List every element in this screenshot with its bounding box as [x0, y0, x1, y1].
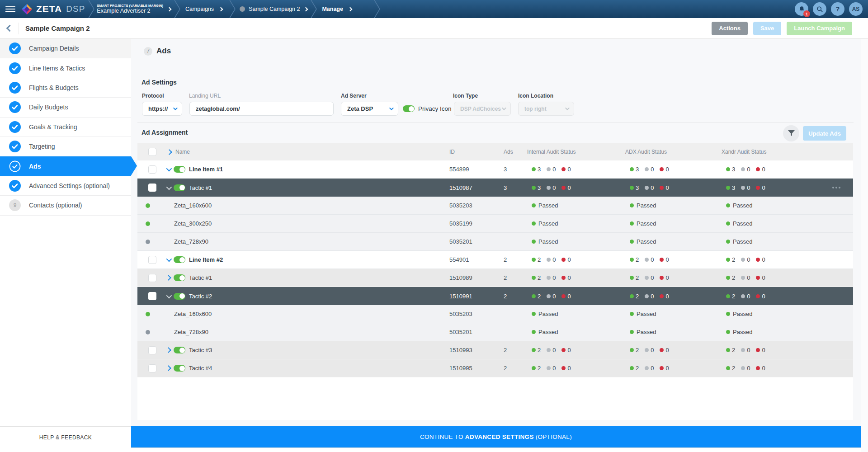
expand-row-icon[interactable] [165, 365, 171, 371]
table-row-creative[interactable]: Zeta_160x6005035203PassedPassedPassed [137, 305, 853, 323]
sidebar-item-advanced-settings-optional[interactable]: Advanced Settings (optional) [0, 176, 131, 196]
row-checkbox[interactable] [148, 274, 156, 282]
table-row-lineitem[interactable]: Line Item #25549012200200200 [137, 251, 853, 269]
audit-status: 200 [532, 269, 575, 287]
row-menu-button[interactable] [832, 179, 840, 197]
sidebar-item-ads[interactable]: Ads [0, 156, 131, 176]
audit-status: Passed [630, 215, 656, 232]
table-row-creative[interactable]: Zeta_728x905035201PassedPassedPassed [137, 323, 853, 341]
help-feedback-button[interactable]: HELP & FEEDBACK [0, 426, 131, 448]
sidebar-item-goals-tracking[interactable]: Goals & Tracking [0, 118, 131, 137]
save-button[interactable]: Save [753, 22, 781, 35]
collapse-row-icon[interactable] [166, 166, 172, 172]
actions-button[interactable]: Actions [712, 22, 748, 35]
avatar[interactable]: AS [849, 2, 863, 16]
row-id: 5035201 [449, 323, 472, 341]
collapse-row-icon[interactable] [166, 292, 172, 298]
audit-status: 200 [532, 251, 575, 268]
audit-status: Passed [726, 197, 752, 214]
select-all-checkbox[interactable] [148, 148, 156, 156]
landing-url-input[interactable]: zetaglobal.com/ [189, 102, 334, 116]
row-ads-count: 2 [504, 269, 507, 287]
row-checkbox[interactable] [148, 364, 156, 372]
update-ads-button[interactable]: Update Ads [803, 126, 846, 141]
row-toggle[interactable] [174, 184, 185, 191]
zeta-dsp-logo[interactable]: ZETA DSP [21, 3, 85, 15]
scrollbar-track[interactable] [861, 39, 868, 452]
table-row-lineitem[interactable]: Line Item #15548993300300300 [137, 160, 853, 179]
row-toggle[interactable] [174, 166, 185, 173]
creative-name: Zeta_160x600 [174, 305, 212, 323]
audit-status: Passed [630, 305, 656, 323]
hamburger-menu-icon[interactable] [5, 6, 15, 12]
ad-server-select[interactable]: Zeta DSP [341, 102, 398, 116]
table-row-tactic[interactable]: Tactic #415109952200200200 [137, 359, 853, 377]
row-checkbox[interactable] [148, 292, 156, 300]
expand-row-icon[interactable] [165, 275, 171, 281]
row-name: Tactic #4 [189, 359, 212, 377]
notifications-button[interactable]: 1 [795, 2, 808, 16]
breadcrumb-advertiser[interactable]: SMART PROJECTS (VARIABLE MARGIN) Example… [97, 4, 163, 15]
sidebar-item-daily-budgets[interactable]: Daily Budgets [0, 98, 131, 117]
table-row-creative[interactable]: Zeta_728x905035201PassedPassedPassed [137, 233, 853, 251]
table-row-tactic[interactable]: Tactic #115109873300300300 [137, 179, 853, 197]
filter-button[interactable] [783, 125, 799, 141]
row-id: 1510995 [449, 359, 472, 377]
row-toggle[interactable] [174, 347, 185, 353]
audit-status: Passed [726, 305, 752, 323]
expand-all-icon[interactable] [166, 149, 172, 155]
row-toggle[interactable] [174, 365, 185, 372]
search-button[interactable] [813, 2, 826, 16]
audit-status: 200 [532, 341, 575, 359]
table-row-tactic[interactable]: Tactic #215109912200200200 [137, 287, 853, 305]
sidebar-item-flights-budgets[interactable]: Flights & Budgets [0, 78, 131, 98]
collapse-row-icon[interactable] [166, 184, 172, 190]
row-ads-count: 2 [504, 341, 507, 359]
step-number-badge: 7 [144, 47, 152, 56]
row-checkbox[interactable] [148, 346, 156, 354]
table-row-creative[interactable]: Zeta_300x2505035199PassedPassedPassed [137, 215, 853, 233]
launch-campaign-button[interactable]: Launch Campaign [787, 22, 852, 35]
sidebar-item-label: Contacts (optional) [29, 202, 82, 209]
icon-location-select: top right [518, 102, 574, 116]
protocol-select[interactable]: https:// [142, 102, 182, 116]
section-title: Ads [156, 47, 171, 56]
breadcrumb-campaigns[interactable]: Campaigns [185, 6, 214, 12]
protocol-label: Protocol [142, 93, 164, 99]
sidebar-item-line-items-tactics[interactable]: Line Items & Tactics [0, 58, 131, 78]
creative-name: Zeta_728x90 [174, 233, 208, 250]
breadcrumb-separator [229, 0, 236, 18]
sidebar-item-contacts-optional[interactable]: 9Contacts (optional) [0, 196, 131, 215]
landing-url-label: Landing URL [189, 93, 221, 99]
back-button[interactable] [6, 25, 14, 32]
expand-row-icon[interactable] [165, 347, 171, 353]
row-toggle[interactable] [174, 293, 185, 300]
audit-status: 300 [726, 160, 769, 178]
privacy-icon-toggle[interactable] [403, 105, 415, 112]
check-circle-icon [9, 121, 21, 133]
row-toggle[interactable] [174, 274, 185, 281]
row-toggle[interactable] [174, 256, 185, 263]
table-row-creative[interactable]: Zeta_160x6005035203PassedPassedPassed [137, 197, 853, 215]
sidebar-item-campaign-details[interactable]: Campaign Details [0, 39, 131, 58]
audit-status: 200 [726, 269, 769, 287]
audit-status: 200 [726, 359, 769, 377]
row-name: Line Item #2 [189, 251, 223, 268]
row-checkbox[interactable] [148, 256, 156, 264]
audit-status: Passed [726, 323, 752, 341]
table-row-tactic[interactable]: Tactic #315109932200200200 [137, 341, 853, 359]
row-checkbox[interactable] [148, 165, 156, 174]
row-checkbox[interactable] [148, 184, 156, 192]
audit-status: 200 [532, 359, 575, 377]
table-row-tactic[interactable]: Tactic #115109892200200200 [137, 269, 853, 287]
continue-button[interactable]: CONTINUE TOADVANCED SETTINGS(OPTIONAL) [131, 426, 861, 447]
collapse-row-icon[interactable] [166, 256, 172, 262]
sidebar-nav: Campaign DetailsLine Items & TacticsFlig… [0, 39, 131, 216]
sidebar-item-targeting[interactable]: Targeting [0, 137, 131, 156]
row-name: Tactic #1 [189, 179, 212, 197]
audit-status: Passed [630, 233, 656, 250]
breadcrumb-campaign[interactable]: Sample Campaign 2 [249, 6, 300, 12]
question-icon: ? [836, 5, 840, 13]
breadcrumb-manage[interactable]: Manage [322, 6, 343, 12]
help-button[interactable]: ? [831, 2, 844, 16]
